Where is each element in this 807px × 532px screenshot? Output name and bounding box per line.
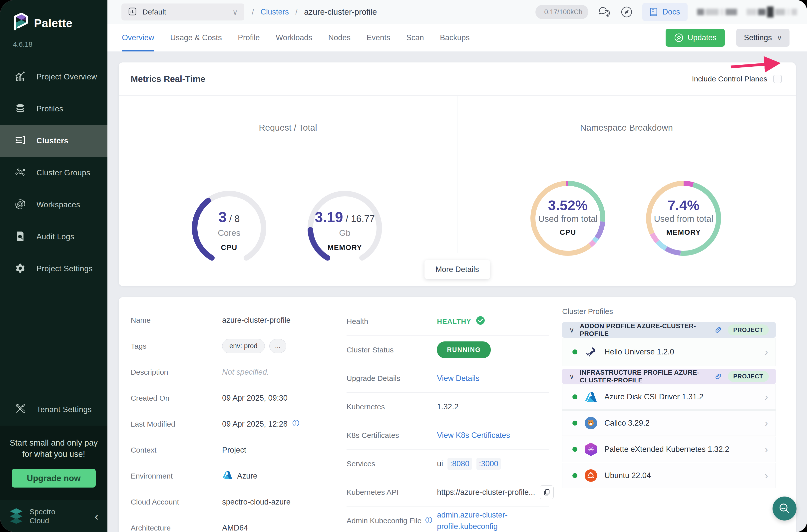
detail-row-last-modified: Last Modified09 Apr 2025, 12:28: [131, 411, 334, 437]
detail-value: Not specified.: [222, 368, 269, 377]
spectro-cloud-brand: Spectro Cloud: [30, 507, 55, 525]
azure-logo-icon: [222, 470, 232, 482]
profile-layer-palette-extended-kubernetes-1-32-2[interactable]: ✳Palette eXtended Kubernetes 1.32.2›: [562, 437, 776, 462]
tab-events[interactable]: Events: [367, 24, 390, 52]
project-badge: PROJECT: [728, 371, 769, 382]
link-icon[interactable]: [714, 325, 722, 335]
cluster-status-badge: RUNNING: [437, 341, 491, 358]
sidebar-collapse-button[interactable]: ‹: [95, 511, 98, 522]
link-icon[interactable]: [714, 372, 722, 381]
tab-profile[interactable]: Profile: [238, 24, 260, 52]
breadcrumb-clusters-link[interactable]: Clusters: [261, 7, 289, 17]
sidebar-item-audit-logs[interactable]: Audit Logs: [0, 221, 108, 253]
project-scope-icon: [128, 7, 137, 17]
donut-caption: MEMORY: [644, 228, 724, 236]
orbit-icon: [15, 198, 26, 211]
detail-value: Azure: [222, 470, 257, 482]
feedback-chat-button[interactable]: [598, 6, 611, 18]
profile-group-name: ADDON PROFILE AZURE-CLUSTER-PROFILE: [580, 322, 709, 338]
azure-icon: [584, 391, 597, 403]
settings-button[interactable]: Settings ∨: [736, 29, 789, 47]
profile-layer-azure-disk-csi-driver-1-31-2[interactable]: Azure Disk CSI Driver 1.31.2›: [562, 384, 776, 410]
detail-value: AMD64: [222, 524, 248, 532]
include-control-planes-checkbox[interactable]: [773, 75, 782, 83]
detail-value: Project: [222, 445, 246, 455]
chevron-down-icon: ∨: [569, 373, 575, 381]
compass-icon: [620, 6, 633, 18]
sidebar-item-clusters[interactable]: Clusters: [0, 125, 108, 157]
service-port-link[interactable]: :3000: [476, 458, 501, 470]
detail-link[interactable]: View K8s Certificates: [437, 431, 510, 440]
promo-text-line2: for what you use!: [5, 448, 102, 460]
donut-cpu: 3.52% Used from total CPU: [528, 178, 608, 258]
info-icon[interactable]: [425, 516, 432, 526]
explore-compass-button[interactable]: [620, 6, 633, 18]
upgrade-now-button[interactable]: Upgrade now: [12, 469, 95, 488]
detail-label: Tags: [131, 342, 222, 350]
brand-name: Palette: [34, 17, 73, 30]
palette-app-window: Palette 4.6.18 Project OverviewProfilesC…: [0, 0, 807, 532]
rocket-icon: [584, 345, 597, 358]
updates-button[interactable]: Updates: [665, 29, 725, 47]
more-details-button[interactable]: More Details: [425, 260, 490, 279]
layers-icon: [15, 103, 26, 115]
detail-row-name: Nameazure-cluster-profile: [131, 307, 334, 333]
search-assistant-fab[interactable]: [772, 496, 796, 520]
tag-pill[interactable]: env: prod: [222, 339, 265, 353]
detail-row-k8s-certificates: K8s CertificatesView K8s Certificates: [346, 421, 549, 450]
tab-scan[interactable]: Scan: [406, 24, 424, 52]
sidebar-item-tenant-settings[interactable]: Tenant Settings: [0, 394, 108, 425]
copy-button[interactable]: [540, 485, 553, 499]
top-bar: Default ∨ / Clusters / azure-cluster-pro…: [108, 0, 807, 24]
status-dot: [573, 447, 577, 452]
profile-layer-hello-universe-1-2-0[interactable]: Hello Universe 1.2.0›: [562, 338, 776, 366]
detail-row-upgrade-details: Upgrade DetailsView Details: [346, 364, 549, 393]
breadcrumb-current: azure-cluster-profile: [304, 7, 377, 17]
chat-bubbles-icon: [598, 6, 611, 18]
tab-nodes[interactable]: Nodes: [328, 24, 351, 52]
sidebar-item-project-overview[interactable]: Project Overview: [0, 61, 108, 93]
tab-backups[interactable]: Backups: [440, 24, 470, 52]
project-selector[interactable]: Default ∨: [121, 3, 244, 20]
redacted-text: [747, 6, 797, 18]
detail-value: spectro-cloud-azure: [222, 497, 290, 507]
tags-more-pill[interactable]: ...: [269, 339, 286, 353]
kubeconfig-link[interactable]: admin.azure-cluster-profile.kubeconfig: [437, 509, 549, 532]
detail-row-environment: EnvironmentAzure: [131, 463, 334, 489]
profile-accordion-purple[interactable]: ∨INFRASTRUCTURE PROFILE AZURE-CLUSTER-PR…: [562, 369, 776, 384]
profile-layer-calico-3-29-2[interactable]: Calico 3.29.2›: [562, 410, 776, 436]
detail-label: Cluster Status: [346, 346, 437, 354]
sidebar: Palette 4.6.18 Project OverviewProfilesC…: [0, 0, 108, 532]
settings-label: Settings: [744, 33, 772, 42]
service-port-link[interactable]: :8080: [448, 458, 472, 470]
info-icon[interactable]: [292, 419, 300, 429]
main-area: Default ∨ / Clusters / azure-cluster-pro…: [108, 0, 807, 532]
chevron-down-icon: ∨: [569, 326, 575, 334]
detail-label: Kubernetes: [346, 403, 437, 411]
spectro-cloud-logo-icon: [9, 508, 23, 525]
gauge-value: 3 / 8: [189, 209, 269, 225]
detail-link[interactable]: View Details: [437, 374, 480, 383]
sidebar-item-workspaces[interactable]: Workspaces: [0, 189, 108, 221]
chevron-right-icon: ›: [765, 392, 768, 403]
tab-usage-costs[interactable]: Usage & Costs: [170, 24, 222, 52]
docs-button[interactable]: Docs: [642, 3, 688, 21]
detail-label: Name: [131, 316, 222, 324]
donut-subtitle: Used from total: [528, 214, 608, 224]
check-circle-icon: [476, 316, 485, 327]
metrics-chart-area: Request / Total Namespace Breakdown 3 / …: [119, 96, 796, 253]
details-middle-column: HealthHEALTHYCluster StatusRUNNINGUpgrad…: [346, 307, 549, 532]
sidebar-item-project-settings[interactable]: Project Settings: [0, 253, 108, 285]
profile-layer-ubuntu-22-04[interactable]: Ubuntu 22.04›: [562, 463, 776, 488]
tab-overview[interactable]: Overview: [122, 24, 154, 52]
detail-label: Description: [131, 368, 222, 376]
profile-accordion-blue[interactable]: ∨ADDON PROFILE AZURE-CLUSTER-PROFILEPROJ…: [562, 322, 776, 338]
credits-usage-badge: 0.17/100kCh: [536, 5, 588, 19]
tab-workloads[interactable]: Workloads: [276, 24, 312, 52]
donut-memory: 7.4% Used from total MEMORY: [644, 178, 724, 258]
include-control-planes-label: Include Control Planes: [692, 75, 767, 83]
detail-value: 1.32.2: [437, 402, 458, 411]
sidebar-item-profiles[interactable]: Profiles: [0, 93, 108, 125]
chart-divider: [457, 96, 457, 253]
sidebar-item-cluster-groups[interactable]: Cluster Groups: [0, 157, 108, 189]
